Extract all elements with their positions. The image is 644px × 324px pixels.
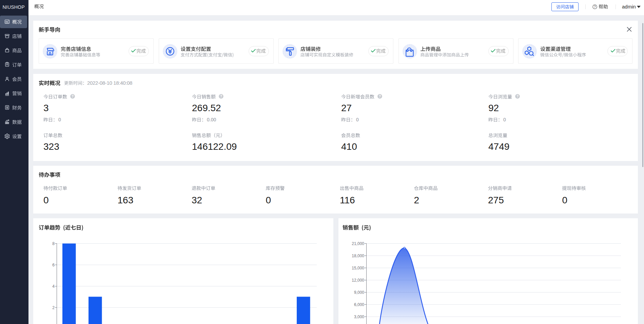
svg-text:6: 6 [52,263,55,267]
svg-text:18,000: 18,000 [352,254,364,258]
svg-text:4: 4 [52,284,55,289]
svg-text:0: 0 [356,117,359,122]
svg-text:323: 323 [43,141,59,152]
svg-text:6,000: 6,000 [354,302,364,307]
svg-text:?: ? [594,5,596,9]
svg-text:163: 163 [118,195,134,205]
svg-text:3: 3 [43,103,49,113]
svg-text:8: 8 [52,241,55,246]
svg-text:admin: admin [622,4,636,9]
svg-text:3,000: 3,000 [354,315,364,319]
svg-text:15,000: 15,000 [352,266,364,270]
svg-text:269.52: 269.52 [192,103,221,113]
svg-text:21,000: 21,000 [352,241,364,246]
svg-text:146122.09: 146122.09 [192,141,237,152]
svg-text:?: ? [72,95,74,98]
svg-text:410: 410 [341,141,357,152]
svg-text:4749: 4749 [488,141,509,152]
svg-text:0: 0 [58,117,61,122]
svg-text:12,000: 12,000 [352,278,364,283]
svg-text:9,000: 9,000 [354,290,364,295]
svg-text:0: 0 [562,195,568,205]
svg-text:?: ? [220,95,222,98]
svg-text:27: 27 [341,103,352,113]
svg-text:32: 32 [192,195,202,205]
svg-text:?: ? [516,95,519,98]
svg-text:2022-08-10 18:40:08: 2022-08-10 18:40:08 [87,80,132,86]
svg-text:NIUSHOP: NIUSHOP [3,4,25,10]
svg-text:2: 2 [52,305,55,310]
svg-text:0.00: 0.00 [207,117,216,122]
svg-text:275: 275 [488,195,504,205]
svg-text:0: 0 [43,195,49,205]
svg-text:0: 0 [266,195,271,205]
svg-text:0: 0 [503,117,506,122]
svg-text:?: ? [379,95,381,98]
svg-text:116: 116 [340,195,355,205]
svg-text:2: 2 [414,195,419,205]
svg-text:92: 92 [488,103,499,113]
